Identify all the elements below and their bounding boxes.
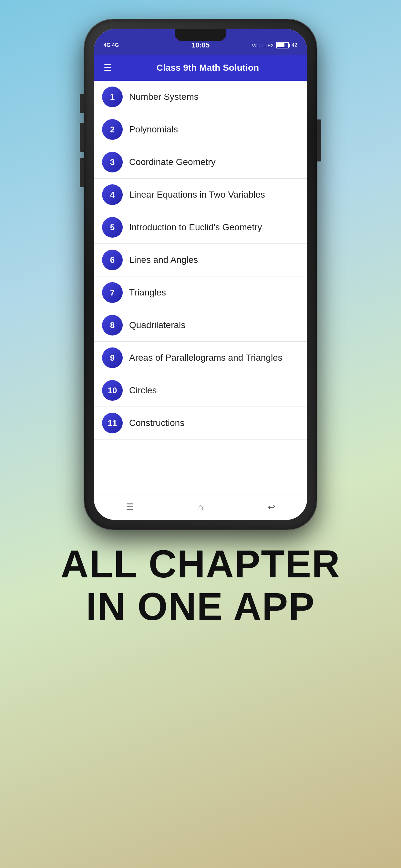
phone-screen: 4G 4G 10:05 Vol↑ LTE2 42 ☰ Class 9th Mat… bbox=[94, 29, 307, 520]
battery-fill bbox=[277, 43, 284, 47]
footer-line2: IN ONE APP bbox=[61, 585, 340, 628]
chapter-name: Polynomials bbox=[129, 124, 178, 135]
battery-icon bbox=[276, 42, 289, 49]
footer-text: ALL CHAPTER IN ONE APP bbox=[41, 542, 360, 628]
chapter-name: Areas of Parallelograms and Triangles bbox=[129, 352, 282, 364]
chapter-name: Triangles bbox=[129, 287, 166, 299]
battery-percent: 42 bbox=[291, 42, 297, 48]
chapter-name: Number Systems bbox=[129, 91, 198, 103]
chapter-name: Constructions bbox=[129, 417, 184, 429]
chapter-item[interactable]: 4Linear Equations in Two Variables bbox=[94, 179, 307, 211]
chapter-badge: 10 bbox=[102, 380, 123, 401]
chapter-name: Lines and Angles bbox=[129, 254, 198, 266]
status-time: 10:05 bbox=[191, 38, 210, 50]
status-right: Vol↑ LTE2 42 bbox=[252, 39, 297, 49]
chapter-badge: 4 bbox=[102, 184, 123, 205]
chapter-item[interactable]: 10Circles bbox=[94, 374, 307, 407]
chapter-name: Quadrilaterals bbox=[129, 319, 185, 331]
chapter-badge: 7 bbox=[102, 282, 123, 303]
status-bar: 4G 4G 10:05 Vol↑ LTE2 42 bbox=[94, 29, 307, 55]
chapter-item[interactable]: 9Areas of Parallelograms and Triangles bbox=[94, 342, 307, 374]
chapter-item[interactable]: 1Number Systems bbox=[94, 81, 307, 113]
app-title: Class 9th Math Solution bbox=[118, 63, 297, 73]
mute-button[interactable] bbox=[80, 94, 84, 113]
chapter-badge: 2 bbox=[102, 119, 123, 140]
chapter-name: Linear Equations in Two Variables bbox=[129, 189, 265, 200]
chapter-list: 1Number Systems2Polynomials3Coordinate G… bbox=[94, 81, 307, 494]
nav-menu-icon[interactable]: ☰ bbox=[126, 502, 134, 513]
chapter-badge: 5 bbox=[102, 217, 123, 238]
footer-line1: ALL CHAPTER bbox=[61, 542, 340, 585]
chapter-badge: 3 bbox=[102, 152, 123, 173]
nav-home-icon[interactable]: ⌂ bbox=[198, 502, 204, 513]
phone-device: 4G 4G 10:05 Vol↑ LTE2 42 ☰ Class 9th Mat… bbox=[84, 20, 317, 530]
volume-down-button[interactable] bbox=[80, 158, 84, 187]
status-left: 4G 4G bbox=[104, 39, 119, 48]
bottom-nav: ☰ ⌂ ↩ bbox=[94, 494, 307, 520]
chapter-name: Coordinate Geometry bbox=[129, 156, 216, 168]
chapter-badge: 11 bbox=[102, 413, 123, 433]
chapter-item[interactable]: 11Constructions bbox=[94, 407, 307, 439]
chapter-badge: 1 bbox=[102, 87, 123, 107]
chapter-item[interactable]: 7Triangles bbox=[94, 276, 307, 309]
power-button[interactable] bbox=[317, 120, 321, 161]
chapter-name: Circles bbox=[129, 384, 157, 396]
chapter-item[interactable]: 3Coordinate Geometry bbox=[94, 146, 307, 179]
chapter-badge: 9 bbox=[102, 347, 123, 368]
signal-label: 4G 4G bbox=[104, 42, 119, 48]
nav-back-icon[interactable]: ↩ bbox=[268, 502, 275, 513]
chapter-badge: 8 bbox=[102, 315, 123, 336]
chapter-item[interactable]: 8Quadrilaterals bbox=[94, 309, 307, 342]
chapter-name: Introduction to Euclid's Geometry bbox=[129, 221, 262, 233]
menu-icon[interactable]: ☰ bbox=[104, 63, 112, 72]
chapter-badge: 6 bbox=[102, 250, 123, 270]
volume-up-button[interactable] bbox=[80, 123, 84, 152]
app-bar: ☰ Class 9th Math Solution bbox=[94, 55, 307, 81]
chapter-item[interactable]: 5Introduction to Euclid's Geometry bbox=[94, 211, 307, 244]
chapter-item[interactable]: 2Polynomials bbox=[94, 113, 307, 146]
lte-label: Vol↑ LTE2 bbox=[252, 42, 274, 48]
phone-frame: 4G 4G 10:05 Vol↑ LTE2 42 ☰ Class 9th Mat… bbox=[84, 20, 317, 530]
chapter-item[interactable]: 6Lines and Angles bbox=[94, 244, 307, 276]
